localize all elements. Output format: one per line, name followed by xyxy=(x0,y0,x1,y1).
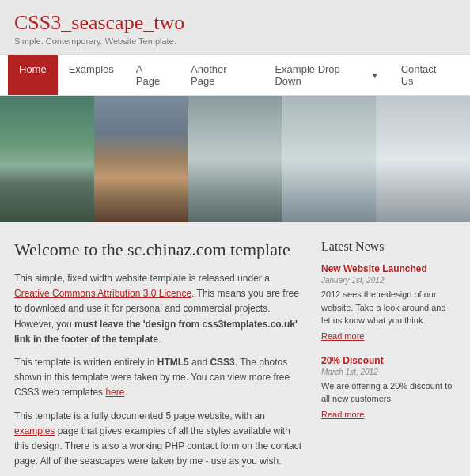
chevron-down-icon: ▼ xyxy=(371,71,379,80)
news-1-date: January 1st, 2012 xyxy=(321,276,456,285)
p1-text-start: This simple, fixed width website templat… xyxy=(14,273,270,284)
p1-close: . xyxy=(158,334,161,345)
nav-examples[interactable]: Examples xyxy=(58,55,125,95)
sidebar: Latest News New Website Launched January… xyxy=(321,240,456,476)
p3-end: page that gives examples of all the styl… xyxy=(14,425,301,467)
page-wrapper: CSS3_seascape_two Simple. Contemporary. … xyxy=(0,0,470,476)
nav-home[interactable]: Home xyxy=(8,55,58,95)
nav-a-page[interactable]: A Page xyxy=(125,55,180,95)
p2-start: This template is written entirely in xyxy=(14,357,157,368)
hero-panel-4 xyxy=(282,96,376,222)
nav-contact[interactable]: Contact Us xyxy=(390,55,462,95)
main-content: Welcome to the sc.chinaz.com template Th… xyxy=(0,222,470,476)
sidebar-heading: Latest News xyxy=(321,240,456,254)
site-tagline: Simple. Contemporary. Website Template. xyxy=(14,36,456,46)
content-paragraph-3: This template is a fully documented 5 pa… xyxy=(14,409,305,470)
p2-bold1: HTML5 xyxy=(157,357,189,368)
examples-link[interactable]: examples xyxy=(14,425,55,436)
p2-end: . xyxy=(124,387,127,398)
nav-dropdown[interactable]: Example Drop Down ▼ xyxy=(263,55,389,95)
content-heading: Welcome to the sc.chinaz.com template xyxy=(14,240,305,260)
nav-another-page[interactable]: Another Page xyxy=(180,55,263,95)
news-2-read-more[interactable]: Read more xyxy=(321,410,364,419)
nav-dropdown-label: Example Drop Down xyxy=(275,63,367,87)
news-1-title: New Website Launched xyxy=(321,263,456,274)
p2-bold2: CSS3 xyxy=(210,357,234,368)
content-paragraph-2: This template is written entirely in HTM… xyxy=(14,355,305,401)
news-item-2: 20% Discount March 1st, 2012 We are offe… xyxy=(321,355,456,421)
p3-start: This template is a fully documented 5 pa… xyxy=(14,410,265,421)
site-header: CSS3_seascape_two Simple. Contemporary. … xyxy=(0,0,470,54)
creative-commons-link[interactable]: Creative Commons Attribution 3.0 Licence xyxy=(14,288,191,299)
content-paragraph-1: This simple, fixed width website templat… xyxy=(14,271,305,347)
news-1-text: 2012 sees the redesign of our website. T… xyxy=(321,288,456,327)
hero-panel-5 xyxy=(376,96,470,222)
news-1-read-more[interactable]: Read more xyxy=(321,331,364,341)
hero-image-strip xyxy=(0,96,470,222)
news-2-title: 20% Discount xyxy=(321,355,456,366)
news-item-1: New Website Launched January 1st, 2012 2… xyxy=(321,263,456,342)
news-2-text: We are offering a 20% discount to all ne… xyxy=(321,380,456,406)
main-nav: Home Examples A Page Another Page Exampl… xyxy=(0,54,470,96)
site-title: CSS3_seascape_two xyxy=(14,11,456,35)
templates-link[interactable]: here xyxy=(105,387,124,398)
hero-panel-1 xyxy=(0,96,94,222)
hero-panel-3 xyxy=(188,96,282,222)
content-area: Welcome to the sc.chinaz.com template Th… xyxy=(14,240,305,476)
site-title-main: seascape_two xyxy=(71,11,184,34)
hero-panel-2 xyxy=(94,96,188,222)
site-title-prefix: CSS3_ xyxy=(14,11,71,34)
news-2-date: March 1st, 2012 xyxy=(321,368,456,376)
p2-mid1: and xyxy=(189,357,210,368)
